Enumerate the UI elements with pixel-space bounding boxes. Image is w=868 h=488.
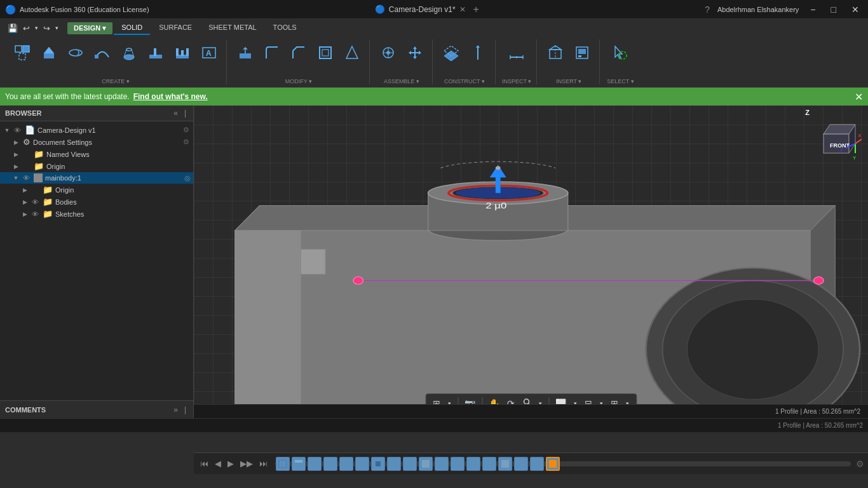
chamfer-button[interactable]: [287, 42, 311, 64]
gear-icon-doc[interactable]: ⚙: [182, 138, 191, 146]
tree-arrow-mb-origin[interactable]: [20, 187, 29, 193]
view-cube[interactable]: FRONT X Y Z: [811, 112, 862, 163]
timeline-item-11[interactable]: [435, 457, 449, 471]
revolve-button[interactable]: [64, 42, 88, 64]
create-label[interactable]: CREATE ▾: [102, 76, 129, 85]
timeline-item-2[interactable]: [292, 457, 306, 471]
browser-collapse-button[interactable]: «: [172, 108, 180, 118]
browser-pin-button[interactable]: |: [182, 108, 188, 118]
notification-close-button[interactable]: ✕: [855, 91, 863, 103]
minimize-button[interactable]: −: [806, 3, 819, 16]
press-pull-button[interactable]: [233, 42, 257, 64]
joint-button[interactable]: [376, 42, 400, 64]
tree-arrow-mainbody[interactable]: [11, 175, 20, 181]
modify-label[interactable]: MODIFY ▾: [285, 76, 312, 85]
inspect-label[interactable]: INSPECT ▾: [502, 76, 531, 85]
tree-item-mainbody[interactable]: 👁 mainbody:1 ◎: [0, 172, 193, 184]
timeline-track[interactable]: [275, 461, 851, 466]
emboss-button[interactable]: A: [197, 42, 221, 64]
timeline-item-5[interactable]: [339, 457, 353, 471]
ribbon-tab-tools[interactable]: TOOLS: [266, 21, 304, 35]
shell-button[interactable]: [313, 42, 337, 64]
draft-button[interactable]: [340, 42, 364, 64]
timeline-item-4[interactable]: [323, 457, 337, 471]
tree-item-doc-settings[interactable]: ⚙ Document Settings ⚙: [0, 136, 193, 148]
eye-icon-named-views[interactable]: 👁: [22, 151, 31, 158]
tree-arrow-root[interactable]: [3, 127, 11, 133]
ribbon-tab-solid[interactable]: SOLID: [114, 21, 150, 35]
timeline-item-12[interactable]: [451, 457, 465, 471]
close-button[interactable]: ✕: [848, 3, 863, 16]
viewport[interactable]: 2 µ0: [194, 105, 868, 418]
axis-button[interactable]: [466, 42, 490, 64]
timeline-end-button[interactable]: ⏭: [257, 458, 270, 470]
timeline-rewind-button[interactable]: ⏮: [198, 458, 211, 470]
timeline-item-15[interactable]: [498, 457, 512, 471]
assemble-label[interactable]: ASSEMBLE ▾: [384, 76, 419, 85]
eye-icon-sketches[interactable]: 👁: [31, 210, 40, 218]
measure-button[interactable]: [505, 42, 529, 64]
redo-dropdown[interactable]: ▾: [53, 24, 61, 32]
tree-arrow-sketches[interactable]: [20, 211, 29, 217]
eye-icon-bodies[interactable]: 👁: [31, 198, 40, 206]
tree-item-mainbody-origin[interactable]: 👁 📁 Origin: [0, 184, 193, 196]
timeline-item-10[interactable]: [419, 457, 433, 471]
close-tab-button[interactable]: ✕: [459, 5, 466, 14]
sweep-button[interactable]: [90, 42, 114, 64]
tree-arrow-doc[interactable]: [11, 139, 20, 146]
insert-label[interactable]: INSERT ▾: [556, 76, 581, 85]
timeline-item-14[interactable]: [482, 457, 496, 471]
insert-mesh-button[interactable]: [543, 42, 567, 64]
tree-item-named-views[interactable]: 👁 📁 Named Views: [0, 148, 193, 160]
viewport-canvas[interactable]: 2 µ0: [194, 105, 868, 418]
select-label[interactable]: SELECT ▾: [607, 76, 634, 85]
select-tool-button[interactable]: [608, 42, 632, 64]
save-button[interactable]: 💾: [5, 22, 20, 34]
timeline-item-7[interactable]: [371, 457, 385, 471]
undo-dropdown[interactable]: ▾: [32, 24, 41, 32]
timeline-item-9[interactable]: [403, 457, 417, 471]
timeline-item-16[interactable]: [514, 457, 528, 471]
timeline-item-active[interactable]: [546, 457, 560, 471]
timeline-item-6[interactable]: [355, 457, 369, 471]
notification-link[interactable]: Find out what's new.: [133, 92, 208, 101]
rib-button[interactable]: [144, 42, 168, 64]
timeline-item-13[interactable]: [466, 457, 480, 471]
construct-label[interactable]: CONSTRUCT ▾: [444, 76, 485, 85]
eye-icon-mb-origin[interactable]: 👁: [31, 186, 40, 194]
timeline-item-1[interactable]: [276, 457, 290, 471]
tree-item-root[interactable]: 👁 📄 Camera-Design v1 ⚙: [0, 124, 193, 136]
tree-arrow-bodies[interactable]: [20, 199, 29, 205]
timeline-item-3[interactable]: [308, 457, 322, 471]
offset-plane-button[interactable]: [439, 42, 463, 64]
timeline-item-17[interactable]: [530, 457, 544, 471]
comments-pin-button[interactable]: |: [182, 405, 188, 415]
web-button[interactable]: [170, 42, 194, 64]
fillet-button[interactable]: [260, 42, 284, 64]
design-mode-button[interactable]: DESIGN ▾: [67, 22, 112, 34]
account-icon[interactable]: Abdelrhman Elshakankery: [717, 6, 799, 13]
timeline-step-fwd-button[interactable]: ▶▶: [238, 458, 255, 470]
eye-icon-origin[interactable]: 👁: [22, 163, 31, 170]
add-tab-button[interactable]: +: [473, 4, 479, 15]
eye-icon-root[interactable]: 👁: [13, 126, 22, 134]
timeline-settings-button[interactable]: ⚙: [856, 459, 864, 469]
tree-item-sketches[interactable]: 👁 📁 Sketches: [0, 208, 193, 220]
timeline-step-back-button[interactable]: ◀: [212, 458, 224, 470]
tree-arrow-named-views[interactable]: [11, 151, 20, 158]
move-button[interactable]: [403, 42, 427, 64]
ribbon-tab-surface[interactable]: SURFACE: [151, 21, 200, 35]
comments-expand-button[interactable]: »: [172, 405, 180, 415]
timeline-item-8[interactable]: [387, 457, 401, 471]
tree-arrow-origin[interactable]: [11, 163, 20, 170]
ribbon-tab-sheet-metal[interactable]: SHEET METAL: [201, 21, 264, 35]
maximize-button[interactable]: □: [827, 3, 840, 16]
new-component-button[interactable]: [10, 42, 34, 64]
tree-item-bodies[interactable]: 👁 📁 Bodies: [0, 196, 193, 208]
timeline-play-button[interactable]: ▶: [225, 458, 236, 470]
undo-button[interactable]: ↩: [20, 22, 32, 34]
loft-button[interactable]: [117, 42, 141, 64]
eye-icon-mainbody[interactable]: 👁: [22, 174, 31, 182]
help-icon[interactable]: ?: [705, 4, 710, 15]
tree-item-origin[interactable]: 👁 📁 Origin: [0, 160, 193, 172]
